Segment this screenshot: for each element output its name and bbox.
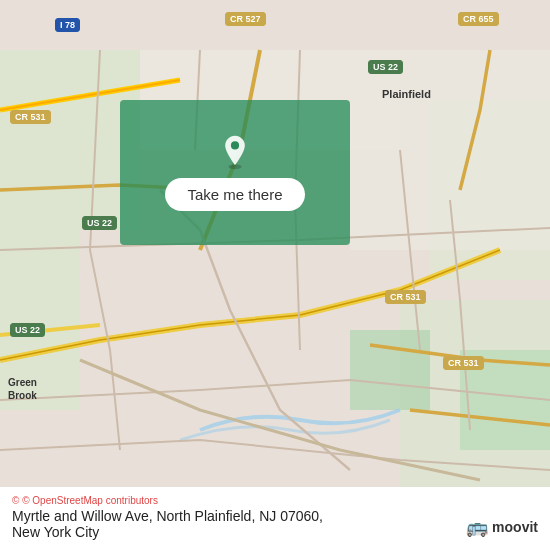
address-line2: New York City [12,524,323,540]
moovit-logo: 🚌 moovit [466,516,538,538]
map-roads-svg [0,0,550,550]
attribution-text: © OpenStreetMap contributors [22,495,158,506]
road-label-cr531-bot: CR 531 [443,356,484,370]
svg-rect-1 [0,230,80,410]
bottom-info-bar: © © OpenStreetMap contributors Myrtle an… [0,487,550,550]
svg-rect-0 [0,50,140,230]
road-label-cr655: CR 655 [458,12,499,26]
road-label-cr527: CR 527 [225,12,266,26]
address-block: Myrtle and Willow Ave, North Plainfield,… [12,508,323,540]
road-label-cr531-mid: CR 531 [385,290,426,304]
road-label-cr531-left: CR 531 [10,110,51,124]
road-label-us22-top: US 22 [368,60,403,74]
road-label-us22-bot: US 22 [10,323,45,337]
address-line1: Myrtle and Willow Ave, North Plainfield,… [12,508,323,524]
map-attribution: © © OpenStreetMap contributors [12,495,538,506]
take-me-there-button[interactable]: Take me there [165,178,304,211]
svg-rect-7 [350,50,550,250]
location-highlight: Take me there [120,100,350,245]
map-container: I 78 CR 527 US 22 CR 655 CR 531 CR 531 C… [0,0,550,550]
copyright-symbol: © [12,495,19,506]
road-label-us22-mid: US 22 [82,216,117,230]
svg-rect-4 [350,330,430,410]
location-pin-icon [217,134,253,170]
road-label-i78: I 78 [55,18,80,32]
moovit-text: moovit [492,519,538,535]
svg-point-9 [231,141,239,149]
moovit-icon: 🚌 [466,516,488,538]
